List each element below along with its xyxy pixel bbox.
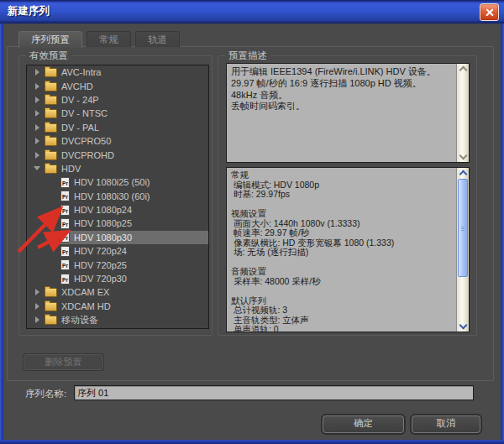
cancel-button[interactable]: 取消: [412, 415, 480, 433]
window-border-right: [501, 24, 504, 444]
tab-page-sequence-presets: [7, 46, 494, 381]
sequence-name-input[interactable]: [74, 385, 474, 400]
new-sequence-dialog: 新建序列 序列预置常规轨道 有效预置 AVC-IntraAVCHDDV - 24…: [0, 0, 504, 444]
tab-general[interactable]: 常规: [87, 31, 131, 47]
title-bar: 新建序列: [0, 0, 504, 24]
ok-button[interactable]: 确定: [323, 415, 404, 433]
window-title: 新建序列: [8, 0, 50, 23]
sequence-name-label: 序列名称:: [25, 388, 66, 400]
tab-tracks[interactable]: 轨道: [135, 31, 180, 47]
window-border-bottom: [0, 440, 504, 444]
window-border-left: [0, 24, 3, 444]
tab-sequence-presets[interactable]: 序列预置: [18, 31, 82, 48]
close-button[interactable]: [480, 3, 499, 21]
tab-bar: 序列预置常规轨道: [18, 31, 180, 47]
